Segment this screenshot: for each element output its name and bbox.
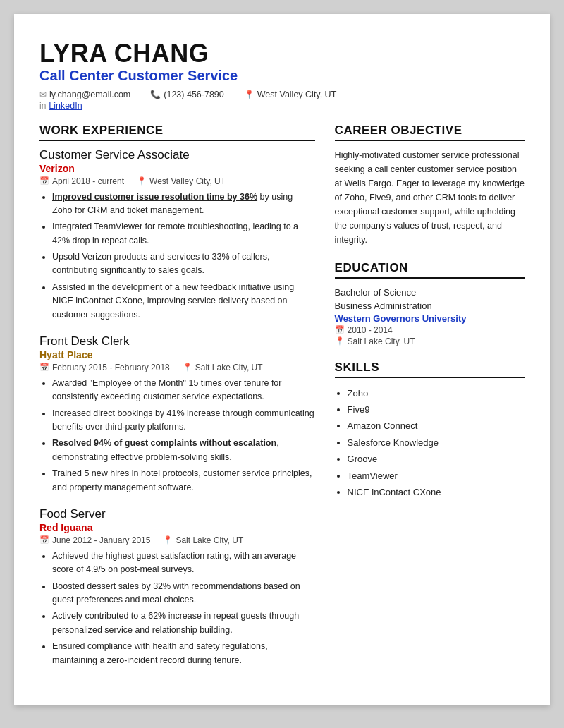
skill-five9: Five9 xyxy=(348,401,525,418)
email-icon: ✉ xyxy=(39,90,47,99)
header: LYRA CHANG Call Center Customer Service … xyxy=(39,40,525,111)
bullet-hyatt-4: Trained 5 new hires in hotel protocols, … xyxy=(52,467,315,495)
location-item: 📍 West Valley City, UT xyxy=(244,90,337,99)
career-objective-title: CAREER OBJECTIVE xyxy=(335,123,525,141)
loc-icon-2: 📍 xyxy=(183,363,192,372)
calendar-icon-3: 📅 xyxy=(39,535,49,545)
skill-teamviewer: TeamViewer xyxy=(348,468,525,484)
skill-zoho: Zoho xyxy=(348,385,525,401)
skill-amazon-connect: Amazon Connect xyxy=(348,418,525,434)
email-value: ly.chang@email.com xyxy=(49,90,130,99)
location-icon: 📍 xyxy=(244,90,255,99)
education-title: EDUCATION xyxy=(335,261,525,279)
linkedin-link[interactable]: LinkedIn xyxy=(49,101,82,111)
edu-loc-icon: 📍 xyxy=(335,336,345,346)
bullets-verizon: Improved customer issue resolution time … xyxy=(39,190,315,322)
contact-row-2: in LinkedIn xyxy=(39,101,525,111)
job-red-iguana: Food Server Red Iguana 📅 June 2012 - Jan… xyxy=(39,507,315,667)
calendar-icon-2: 📅 xyxy=(39,363,49,372)
phone-item: 📞 (123) 456-7890 xyxy=(150,90,223,99)
edu-dates: 📅 2010 - 2014 xyxy=(335,325,525,335)
linkedin-icon: in xyxy=(39,101,46,111)
job-title-verizon: Customer Service Associate xyxy=(39,148,315,162)
skills-list: Zoho Five9 Amazon Connect Salesforce Kno… xyxy=(335,385,525,501)
job-meta-verizon: 📅 April 2018 - current 📍 West Valley Cit… xyxy=(39,176,315,186)
bullet-ri-3: Actively contributed to a 62% increase i… xyxy=(52,609,315,637)
skill-groove: Groove xyxy=(348,451,525,467)
edu-location: 📍 Salt Lake City, UT xyxy=(335,336,525,346)
company-hyatt: Hyatt Place xyxy=(39,349,315,360)
dates-hyatt: 📅 February 2015 - February 2018 xyxy=(39,363,170,372)
job-meta-hyatt: 📅 February 2015 - February 2018 📍 Salt L… xyxy=(39,363,315,372)
edu-degree: Bachelor of Science Business Administrat… xyxy=(335,286,525,313)
location-verizon: 📍 West Valley City, UT xyxy=(137,176,226,186)
phone-value: (123) 456-7890 xyxy=(164,90,223,99)
skill-nice: NICE inContact CXone xyxy=(348,484,525,500)
skill-salesforce: Salesforce Knowledge xyxy=(348,435,525,451)
candidate-name: LYRA CHANG xyxy=(39,40,525,68)
linkedin-item: in LinkedIn xyxy=(39,101,82,111)
dates-verizon: 📅 April 2018 - current xyxy=(39,176,124,186)
career-objective-section: CAREER OBJECTIVE Highly-motivated custom… xyxy=(335,123,525,247)
bullet-verizon-3: Upsold Verizon products and services to … xyxy=(52,250,315,278)
company-verizon: Verizon xyxy=(39,163,315,174)
education-section: EDUCATION Bachelor of Science Business A… xyxy=(335,261,525,346)
edu-university: Western Governors University xyxy=(335,313,525,324)
bullet-hyatt-1: Awarded "Employee of the Month" 15 times… xyxy=(52,377,315,404)
contact-row-1: ✉ ly.chang@email.com 📞 (123) 456-7890 📍 … xyxy=(39,90,525,99)
skills-title: SKILLS xyxy=(335,360,525,378)
bullet-ri-1: Achieved the highest guest satisfaction … xyxy=(52,550,315,577)
work-experience-title: WORK EXPERIENCE xyxy=(39,123,315,141)
company-red-iguana: Red Iguana xyxy=(39,522,315,533)
edu-calendar-icon: 📅 xyxy=(335,325,345,334)
job-hyatt: Front Desk Clerk Hyatt Place 📅 February … xyxy=(39,334,315,495)
job-title-hyatt: Front Desk Clerk xyxy=(39,334,315,348)
job-verizon: Customer Service Associate Verizon 📅 Apr… xyxy=(39,148,315,322)
candidate-title: Call Center Customer Service xyxy=(39,68,525,84)
bullet-verizon-4: Assisted in the development of a new fee… xyxy=(52,281,315,322)
location-red-iguana: 📍 Salt Lake City, UT xyxy=(163,535,243,545)
left-column: WORK EXPERIENCE Customer Service Associa… xyxy=(39,123,315,680)
job-title-red-iguana: Food Server xyxy=(39,507,315,521)
bullets-hyatt: Awarded "Employee of the Month" 15 times… xyxy=(39,377,315,495)
bullet-hyatt-3: Resolved 94% of guest complaints without… xyxy=(52,437,315,464)
loc-icon-3: 📍 xyxy=(163,535,173,545)
right-column: CAREER OBJECTIVE Highly-motivated custom… xyxy=(335,123,525,680)
phone-icon: 📞 xyxy=(150,90,161,99)
bullet-ri-2: Boosted dessert sales by 32% with recomm… xyxy=(52,580,315,607)
career-objective-text: Highly-motivated customer service profes… xyxy=(335,148,525,247)
loc-icon: 📍 xyxy=(137,176,147,186)
bullet-verizon-2: Integrated TeamViewer for remote trouble… xyxy=(52,220,315,248)
location-value: West Valley City, UT xyxy=(257,90,337,99)
location-hyatt: 📍 Salt Lake City, UT xyxy=(183,363,263,372)
bullet-verizon-1: Improved customer issue resolution time … xyxy=(52,190,315,218)
calendar-icon: 📅 xyxy=(39,176,49,186)
bullet-ri-4: Ensured compliance with health and safet… xyxy=(52,640,315,667)
skills-section: SKILLS Zoho Five9 Amazon Connect Salesfo… xyxy=(335,360,525,501)
bullets-red-iguana: Achieved the highest guest satisfaction … xyxy=(39,550,315,667)
dates-red-iguana: 📅 June 2012 - January 2015 xyxy=(39,535,150,545)
main-layout: WORK EXPERIENCE Customer Service Associa… xyxy=(39,123,525,680)
bullet-hyatt-2: Increased direct bookings by 41% increas… xyxy=(52,407,315,435)
email-item: ✉ ly.chang@email.com xyxy=(39,90,130,99)
resume: LYRA CHANG Call Center Customer Service … xyxy=(14,14,550,705)
job-meta-red-iguana: 📅 June 2012 - January 2015 📍 Salt Lake C… xyxy=(39,535,315,545)
